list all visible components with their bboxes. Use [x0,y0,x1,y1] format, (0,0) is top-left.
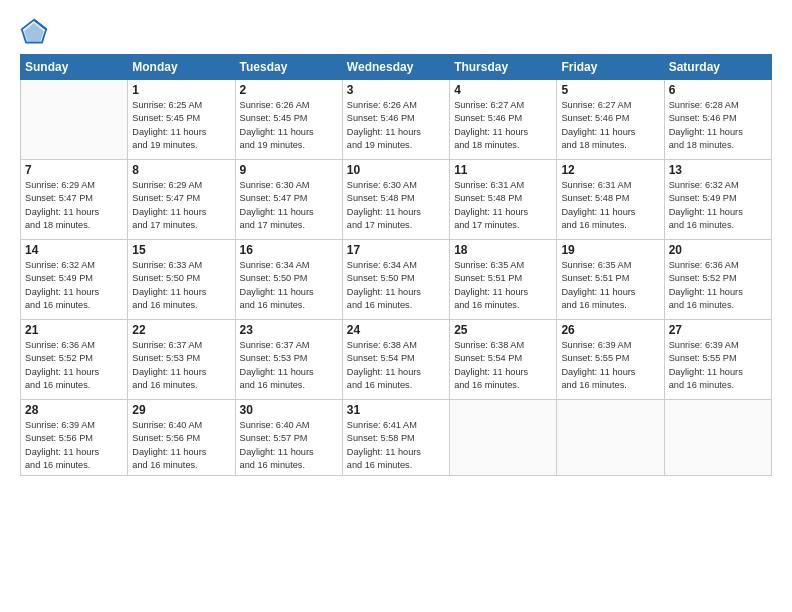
day-number: 21 [25,323,123,337]
day-number: 19 [561,243,659,257]
day-info: Sunrise: 6:38 AM Sunset: 5:54 PM Dayligh… [454,339,552,392]
day-header-saturday: Saturday [664,55,771,80]
day-info: Sunrise: 6:31 AM Sunset: 5:48 PM Dayligh… [561,179,659,232]
week-row-2: 7Sunrise: 6:29 AM Sunset: 5:47 PM Daylig… [21,160,772,240]
day-info: Sunrise: 6:26 AM Sunset: 5:45 PM Dayligh… [240,99,338,152]
calendar-cell: 10Sunrise: 6:30 AM Sunset: 5:48 PM Dayli… [342,160,449,240]
day-number: 13 [669,163,767,177]
week-row-4: 21Sunrise: 6:36 AM Sunset: 5:52 PM Dayli… [21,320,772,400]
calendar-cell: 22Sunrise: 6:37 AM Sunset: 5:53 PM Dayli… [128,320,235,400]
day-number: 7 [25,163,123,177]
calendar-cell: 31Sunrise: 6:41 AM Sunset: 5:58 PM Dayli… [342,400,449,476]
calendar-cell: 5Sunrise: 6:27 AM Sunset: 5:46 PM Daylig… [557,80,664,160]
day-info: Sunrise: 6:29 AM Sunset: 5:47 PM Dayligh… [25,179,123,232]
day-number: 2 [240,83,338,97]
day-header-sunday: Sunday [21,55,128,80]
day-number: 9 [240,163,338,177]
logo-icon [20,18,48,46]
day-info: Sunrise: 6:37 AM Sunset: 5:53 PM Dayligh… [240,339,338,392]
day-info: Sunrise: 6:33 AM Sunset: 5:50 PM Dayligh… [132,259,230,312]
week-row-3: 14Sunrise: 6:32 AM Sunset: 5:49 PM Dayli… [21,240,772,320]
day-number: 3 [347,83,445,97]
calendar-cell [664,400,771,476]
calendar-cell: 27Sunrise: 6:39 AM Sunset: 5:55 PM Dayli… [664,320,771,400]
day-header-tuesday: Tuesday [235,55,342,80]
day-number: 14 [25,243,123,257]
day-info: Sunrise: 6:30 AM Sunset: 5:47 PM Dayligh… [240,179,338,232]
calendar-cell: 7Sunrise: 6:29 AM Sunset: 5:47 PM Daylig… [21,160,128,240]
day-info: Sunrise: 6:29 AM Sunset: 5:47 PM Dayligh… [132,179,230,232]
calendar: SundayMondayTuesdayWednesdayThursdayFrid… [20,54,772,476]
day-number: 5 [561,83,659,97]
calendar-cell: 29Sunrise: 6:40 AM Sunset: 5:56 PM Dayli… [128,400,235,476]
day-number: 15 [132,243,230,257]
day-number: 18 [454,243,552,257]
calendar-cell: 1Sunrise: 6:25 AM Sunset: 5:45 PM Daylig… [128,80,235,160]
calendar-cell [557,400,664,476]
calendar-cell: 13Sunrise: 6:32 AM Sunset: 5:49 PM Dayli… [664,160,771,240]
calendar-cell: 3Sunrise: 6:26 AM Sunset: 5:46 PM Daylig… [342,80,449,160]
day-number: 20 [669,243,767,257]
day-number: 31 [347,403,445,417]
calendar-cell: 4Sunrise: 6:27 AM Sunset: 5:46 PM Daylig… [450,80,557,160]
day-info: Sunrise: 6:32 AM Sunset: 5:49 PM Dayligh… [25,259,123,312]
day-number: 24 [347,323,445,337]
day-number: 29 [132,403,230,417]
day-info: Sunrise: 6:40 AM Sunset: 5:56 PM Dayligh… [132,419,230,472]
day-number: 1 [132,83,230,97]
day-info: Sunrise: 6:41 AM Sunset: 5:58 PM Dayligh… [347,419,445,472]
calendar-cell: 18Sunrise: 6:35 AM Sunset: 5:51 PM Dayli… [450,240,557,320]
calendar-cell: 12Sunrise: 6:31 AM Sunset: 5:48 PM Dayli… [557,160,664,240]
day-number: 17 [347,243,445,257]
day-header-wednesday: Wednesday [342,55,449,80]
day-number: 8 [132,163,230,177]
day-number: 27 [669,323,767,337]
day-info: Sunrise: 6:30 AM Sunset: 5:48 PM Dayligh… [347,179,445,232]
calendar-cell: 17Sunrise: 6:34 AM Sunset: 5:50 PM Dayli… [342,240,449,320]
calendar-cell [21,80,128,160]
day-info: Sunrise: 6:35 AM Sunset: 5:51 PM Dayligh… [561,259,659,312]
day-info: Sunrise: 6:40 AM Sunset: 5:57 PM Dayligh… [240,419,338,472]
day-number: 23 [240,323,338,337]
day-number: 4 [454,83,552,97]
calendar-cell: 26Sunrise: 6:39 AM Sunset: 5:55 PM Dayli… [557,320,664,400]
day-info: Sunrise: 6:39 AM Sunset: 5:56 PM Dayligh… [25,419,123,472]
day-header-thursday: Thursday [450,55,557,80]
week-row-5: 28Sunrise: 6:39 AM Sunset: 5:56 PM Dayli… [21,400,772,476]
day-info: Sunrise: 6:37 AM Sunset: 5:53 PM Dayligh… [132,339,230,392]
day-number: 22 [132,323,230,337]
day-info: Sunrise: 6:39 AM Sunset: 5:55 PM Dayligh… [669,339,767,392]
calendar-cell: 9Sunrise: 6:30 AM Sunset: 5:47 PM Daylig… [235,160,342,240]
logo [20,18,52,46]
day-number: 25 [454,323,552,337]
calendar-cell: 2Sunrise: 6:26 AM Sunset: 5:45 PM Daylig… [235,80,342,160]
day-info: Sunrise: 6:39 AM Sunset: 5:55 PM Dayligh… [561,339,659,392]
calendar-cell: 21Sunrise: 6:36 AM Sunset: 5:52 PM Dayli… [21,320,128,400]
week-row-1: 1Sunrise: 6:25 AM Sunset: 5:45 PM Daylig… [21,80,772,160]
day-info: Sunrise: 6:36 AM Sunset: 5:52 PM Dayligh… [669,259,767,312]
calendar-cell [450,400,557,476]
day-number: 12 [561,163,659,177]
calendar-cell: 24Sunrise: 6:38 AM Sunset: 5:54 PM Dayli… [342,320,449,400]
day-info: Sunrise: 6:28 AM Sunset: 5:46 PM Dayligh… [669,99,767,152]
day-info: Sunrise: 6:25 AM Sunset: 5:45 PM Dayligh… [132,99,230,152]
calendar-cell: 25Sunrise: 6:38 AM Sunset: 5:54 PM Dayli… [450,320,557,400]
day-number: 6 [669,83,767,97]
calendar-cell: 28Sunrise: 6:39 AM Sunset: 5:56 PM Dayli… [21,400,128,476]
day-info: Sunrise: 6:34 AM Sunset: 5:50 PM Dayligh… [240,259,338,312]
day-info: Sunrise: 6:27 AM Sunset: 5:46 PM Dayligh… [454,99,552,152]
calendar-cell: 14Sunrise: 6:32 AM Sunset: 5:49 PM Dayli… [21,240,128,320]
calendar-cell: 15Sunrise: 6:33 AM Sunset: 5:50 PM Dayli… [128,240,235,320]
calendar-cell: 8Sunrise: 6:29 AM Sunset: 5:47 PM Daylig… [128,160,235,240]
day-info: Sunrise: 6:36 AM Sunset: 5:52 PM Dayligh… [25,339,123,392]
day-number: 30 [240,403,338,417]
day-info: Sunrise: 6:31 AM Sunset: 5:48 PM Dayligh… [454,179,552,232]
calendar-cell: 11Sunrise: 6:31 AM Sunset: 5:48 PM Dayli… [450,160,557,240]
day-number: 26 [561,323,659,337]
day-info: Sunrise: 6:38 AM Sunset: 5:54 PM Dayligh… [347,339,445,392]
calendar-cell: 23Sunrise: 6:37 AM Sunset: 5:53 PM Dayli… [235,320,342,400]
day-info: Sunrise: 6:34 AM Sunset: 5:50 PM Dayligh… [347,259,445,312]
day-number: 10 [347,163,445,177]
day-number: 28 [25,403,123,417]
calendar-cell: 20Sunrise: 6:36 AM Sunset: 5:52 PM Dayli… [664,240,771,320]
